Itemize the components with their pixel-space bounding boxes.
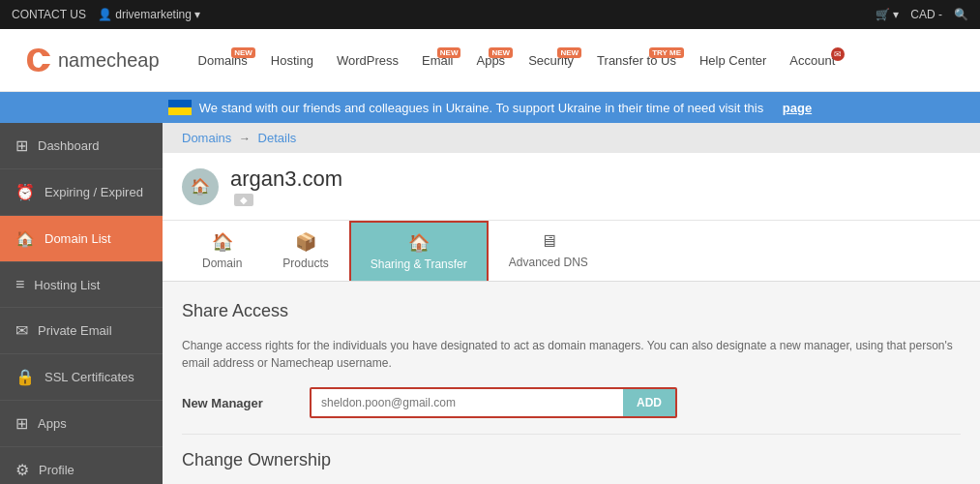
tab-products[interactable]: 📦 Products bbox=[262, 221, 348, 281]
apps-icon: ⊞ bbox=[15, 414, 28, 433]
new-manager-input[interactable] bbox=[312, 389, 623, 416]
new-manager-input-group: ADD bbox=[310, 387, 677, 418]
tabs: 🏠 Domain 📦 Products 🏠 Sharing & Transfer… bbox=[163, 221, 980, 282]
nav-items: Domains NEW Hosting WordPress Email NEW … bbox=[189, 45, 961, 76]
add-manager-button[interactable]: ADD bbox=[623, 389, 675, 416]
cart-icon[interactable]: 🛒 ▾ bbox=[876, 8, 899, 21]
nav-transfer[interactable]: Transfer to Us TRY ME bbox=[587, 45, 686, 76]
tab-dns-icon: 🖥 bbox=[540, 231, 557, 252]
dashboard-icon: ⊞ bbox=[15, 136, 28, 155]
sidebar-item-profile[interactable]: ⚙ Profile bbox=[0, 447, 163, 484]
logo-text: namecheap bbox=[58, 49, 160, 72]
nav-security[interactable]: Security NEW bbox=[519, 45, 583, 76]
sidebar-item-domainlist[interactable]: 🏠 Domain List bbox=[0, 216, 163, 262]
breadcrumb-root[interactable]: Domains bbox=[182, 131, 231, 145]
main-nav: namecheap Domains NEW Hosting WordPress … bbox=[0, 29, 980, 92]
nav-domains[interactable]: Domains NEW bbox=[189, 45, 257, 76]
domain-tag: ◆ bbox=[234, 194, 253, 206]
search-icon[interactable]: 🔍 bbox=[954, 8, 968, 21]
sidebar-item-apps[interactable]: ⊞ Apps bbox=[0, 401, 163, 447]
domains-badge: NEW bbox=[231, 47, 255, 58]
tab-advanceddns[interactable]: 🖥 Advanced DNS bbox=[489, 221, 609, 281]
tab-products-icon: 📦 bbox=[295, 231, 316, 253]
sidebar-item-ssl[interactable]: 🔒 SSL Certificates bbox=[0, 354, 163, 401]
email-badge: NEW bbox=[437, 47, 461, 58]
banner-text: We stand with our friends and colleagues… bbox=[199, 101, 763, 115]
domain-icon: 🏠 bbox=[182, 168, 219, 205]
domain-info: argan3.com ◆ bbox=[230, 166, 342, 206]
contact-us-link[interactable]: CONTACT US bbox=[12, 8, 86, 21]
ukraine-flag bbox=[168, 100, 192, 115]
top-bar-left: CONTACT US 👤 drivemarketing ▾ bbox=[12, 8, 200, 21]
ssl-icon: 🔒 bbox=[15, 368, 35, 386]
breadcrumb: Domains → Details bbox=[163, 123, 980, 153]
banner-link[interactable]: page bbox=[783, 101, 812, 115]
profile-icon: ⚙ bbox=[15, 461, 29, 479]
sidebar-item-dashboard[interactable]: ⊞ Dashboard bbox=[0, 123, 163, 169]
hostinglist-icon: ≡ bbox=[15, 276, 24, 293]
domain-header: 🏠 argan3.com ◆ bbox=[163, 153, 980, 221]
change-ownership-title: Change Ownership bbox=[182, 450, 961, 470]
security-badge: NEW bbox=[557, 47, 581, 58]
sidebar-item-expiring[interactable]: ⏰ Expiring / Expired bbox=[0, 169, 163, 216]
sidebar: ⊞ Dashboard ⏰ Expiring / Expired 🏠 Domai… bbox=[0, 123, 163, 484]
sidebar-item-hostinglist[interactable]: ≡ Hosting List bbox=[0, 262, 163, 308]
share-access-title: Share Access bbox=[182, 301, 961, 321]
nav-apps[interactable]: Apps NEW bbox=[466, 45, 515, 76]
expiring-icon: ⏰ bbox=[15, 183, 35, 201]
breadcrumb-current: Details bbox=[258, 131, 297, 145]
top-bar: CONTACT US 👤 drivemarketing ▾ 🛒 ▾ CAD - … bbox=[0, 0, 980, 29]
account-notification: ✉ bbox=[831, 47, 845, 61]
apps-badge: NEW bbox=[489, 47, 513, 58]
new-manager-label: New Manager bbox=[182, 396, 298, 410]
user-menu[interactable]: 👤 drivemarketing ▾ bbox=[98, 8, 200, 21]
nav-hosting[interactable]: Hosting bbox=[261, 45, 323, 76]
tab-domain[interactable]: 🏠 Domain bbox=[182, 221, 262, 281]
top-bar-right: 🛒 ▾ CAD - 🔍 bbox=[876, 8, 968, 21]
share-access-desc: Change access rights for the individuals… bbox=[182, 337, 961, 372]
currency-selector[interactable]: CAD - bbox=[910, 8, 942, 21]
nav-help[interactable]: Help Center bbox=[690, 45, 776, 76]
nav-wordpress[interactable]: WordPress bbox=[327, 45, 408, 76]
privateemail-icon: ✉ bbox=[15, 321, 28, 340]
sidebar-item-privateemail[interactable]: ✉ Private Email bbox=[0, 308, 163, 354]
ukraine-banner: We stand with our friends and colleagues… bbox=[0, 92, 980, 123]
section-divider bbox=[182, 434, 961, 435]
change-ownership-desc: With a change of ownership, you fully re… bbox=[182, 480, 961, 484]
domain-name: argan3.com bbox=[230, 166, 342, 192]
tab-sharing-icon: 🏠 bbox=[408, 232, 430, 254]
nav-account[interactable]: Account ✉ bbox=[780, 45, 845, 76]
main-content: Domains → Details 🏠 argan3.com ◆ 🏠 Domai… bbox=[163, 123, 980, 484]
domainlist-icon: 🏠 bbox=[15, 229, 35, 248]
nav-email[interactable]: Email NEW bbox=[412, 45, 463, 76]
tab-sharing[interactable]: 🏠 Sharing & Transfer bbox=[349, 221, 489, 281]
tab-domain-icon: 🏠 bbox=[212, 231, 233, 253]
new-manager-row: New Manager ADD bbox=[182, 387, 961, 418]
transfer-badge: TRY ME bbox=[649, 47, 684, 58]
breadcrumb-arrow: → bbox=[239, 132, 251, 145]
page-layout: ⊞ Dashboard ⏰ Expiring / Expired 🏠 Domai… bbox=[0, 123, 980, 484]
content-area: Share Access Change access rights for th… bbox=[163, 282, 980, 484]
logo[interactable]: namecheap bbox=[19, 41, 160, 79]
